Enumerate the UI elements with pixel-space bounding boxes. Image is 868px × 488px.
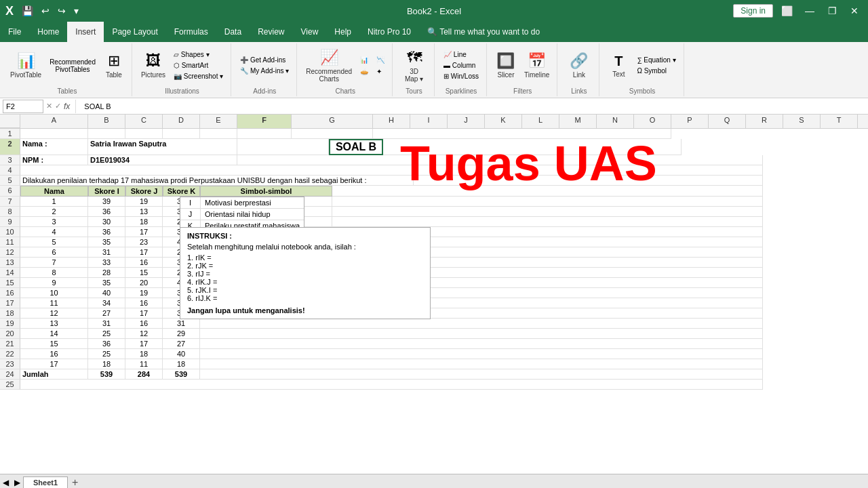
cell-b17[interactable]: 34 xyxy=(88,298,125,308)
cell-row4[interactable] xyxy=(20,165,763,176)
cell-b21[interactable]: 36 xyxy=(88,339,125,349)
col-header-a[interactable]: A xyxy=(20,115,88,128)
cell-d6[interactable]: Skore K xyxy=(163,186,200,197)
cell-b2[interactable]: Satria Irawan Saputra xyxy=(88,139,237,155)
cell-a23[interactable]: 17 xyxy=(20,359,88,369)
col-header-m[interactable]: M xyxy=(559,115,597,128)
cell-rest-8[interactable] xyxy=(332,207,763,217)
col-header-i[interactable]: I xyxy=(410,115,448,128)
cell-c18[interactable]: 17 xyxy=(125,308,163,319)
cell-c14[interactable]: 15 xyxy=(125,268,163,278)
pictures-button[interactable]: 🖼 Pictures xyxy=(138,46,169,85)
cell-c17[interactable]: 16 xyxy=(125,298,163,308)
cell-a20[interactable]: 14 xyxy=(20,329,88,339)
cell-b16[interactable]: 40 xyxy=(88,288,125,298)
close-button[interactable]: ✕ xyxy=(846,4,863,18)
scatter-chart-button[interactable]: ✦ xyxy=(373,66,388,77)
cell-a7[interactable]: 1 xyxy=(20,197,88,207)
cell-e6[interactable]: Simbol-simbol xyxy=(200,186,332,197)
cell-c21[interactable]: 17 xyxy=(125,339,163,349)
link-button[interactable]: 🔗 Link xyxy=(566,46,593,85)
cell-c1[interactable] xyxy=(125,129,163,139)
cell-rest-23[interactable] xyxy=(200,359,763,369)
col-header-l[interactable]: L xyxy=(522,115,559,128)
cell-c20[interactable]: 12 xyxy=(125,329,163,339)
formula-confirm-icon[interactable]: ✓ xyxy=(55,102,61,110)
cell-a11[interactable]: 5 xyxy=(20,237,88,247)
col-header-g[interactable]: G xyxy=(292,115,373,128)
col-header-h[interactable]: H xyxy=(373,115,410,128)
tab-data[interactable]: Data xyxy=(216,22,250,42)
cell-b11[interactable]: 35 xyxy=(88,237,125,247)
cell-b8[interactable]: 36 xyxy=(88,207,125,217)
cell-a12[interactable]: 6 xyxy=(20,247,88,258)
cell-b3[interactable]: D1E019034 xyxy=(88,155,237,165)
cell-b12[interactable]: 31 xyxy=(88,247,125,258)
cell-c22[interactable]: 18 xyxy=(125,349,163,359)
cell-d20[interactable]: 29 xyxy=(163,329,200,339)
tab-file[interactable]: File xyxy=(0,22,29,42)
timeline-button[interactable]: 📅 Timeline xyxy=(521,46,553,85)
col-header-f[interactable]: F xyxy=(237,115,292,128)
cell-a3[interactable]: NPM : xyxy=(20,155,88,165)
equation-button[interactable]: ∑ Equation ▾ xyxy=(633,55,679,65)
cell-b24[interactable]: 539 xyxy=(88,369,125,380)
cell-rest-9[interactable] xyxy=(332,217,763,227)
table-button[interactable]: ⊞ Table xyxy=(100,46,127,85)
cell-c6[interactable]: Skore J xyxy=(125,186,163,197)
tab-nitro[interactable]: Nitro Pro 10 xyxy=(359,22,419,42)
cell-b20[interactable]: 25 xyxy=(88,329,125,339)
pivottable-button[interactable]: 📊 PivotTable xyxy=(7,46,45,85)
col-header-e[interactable]: E xyxy=(200,115,237,128)
cell-b22[interactable]: 25 xyxy=(88,349,125,359)
cell-b7[interactable]: 39 xyxy=(88,197,125,207)
cell-c8[interactable]: 13 xyxy=(125,207,163,217)
cell-a18[interactable]: 12 xyxy=(20,308,88,319)
cell-a22[interactable]: 16 xyxy=(20,349,88,359)
cell-d24[interactable]: 539 xyxy=(163,369,200,380)
bar-chart-button[interactable]: 📊 xyxy=(357,55,372,65)
symbol-button[interactable]: Ω Symbol xyxy=(633,66,679,76)
cell-b9[interactable]: 30 xyxy=(88,217,125,227)
cell-rest-24[interactable] xyxy=(200,369,763,380)
tab-view[interactable]: View xyxy=(293,22,327,42)
scroll-right-button[interactable]: ▶ xyxy=(12,478,23,487)
cell-a14[interactable]: 8 xyxy=(20,268,88,278)
tab-search[interactable]: 🔍 Tell me what you want to do xyxy=(419,22,548,42)
cell-d22[interactable]: 40 xyxy=(163,349,200,359)
cell-rest-1[interactable] xyxy=(373,129,671,139)
tab-insert[interactable]: Insert xyxy=(67,22,104,42)
cell-d1[interactable] xyxy=(163,129,200,139)
cell-b23[interactable]: 18 xyxy=(88,359,125,369)
cell-c7[interactable]: 19 xyxy=(125,197,163,207)
cell-c15[interactable]: 20 xyxy=(125,278,163,288)
cell-rest-20[interactable] xyxy=(200,329,763,339)
undo-button[interactable]: ↩ xyxy=(39,4,52,18)
cell-b10[interactable]: 36 xyxy=(88,227,125,237)
tab-formulas[interactable]: Formulas xyxy=(166,22,216,42)
cell-rest-7[interactable] xyxy=(332,197,763,207)
column-sparkline-button[interactable]: ▬ Column xyxy=(440,60,482,70)
col-header-d[interactable]: D xyxy=(163,115,200,128)
cell-rest-3[interactable] xyxy=(237,155,763,165)
cell-reference-box[interactable]: F2 xyxy=(3,100,43,113)
recommended-charts-button[interactable]: 📈 RecommendedCharts xyxy=(302,46,355,85)
cell-f1[interactable] xyxy=(237,129,292,139)
cell-rest-21[interactable] xyxy=(200,339,763,349)
col-header-o[interactable]: O xyxy=(634,115,671,128)
col-header-t[interactable]: T xyxy=(821,115,858,128)
3dmap-button[interactable]: 🗺 3DMap ▾ xyxy=(401,46,428,85)
pie-chart-button[interactable]: 🥧 xyxy=(357,66,372,77)
col-header-p[interactable]: P xyxy=(671,115,709,128)
cell-b6[interactable]: Skore I xyxy=(88,186,125,197)
cell-row25[interactable] xyxy=(20,380,763,390)
tab-review[interactable]: Review xyxy=(250,22,292,42)
smartart-button[interactable]: ⬡ SmartArt xyxy=(170,60,226,70)
cell-a8[interactable]: 2 xyxy=(20,207,88,217)
cell-c12[interactable]: 17 xyxy=(125,247,163,258)
cell-a1[interactable] xyxy=(20,129,88,139)
cell-c11[interactable]: 23 xyxy=(125,237,163,247)
shapes-button[interactable]: ▱ Shapes ▾ xyxy=(170,49,226,60)
save-button[interactable]: 💾 xyxy=(19,4,36,18)
col-header-r[interactable]: R xyxy=(746,115,783,128)
